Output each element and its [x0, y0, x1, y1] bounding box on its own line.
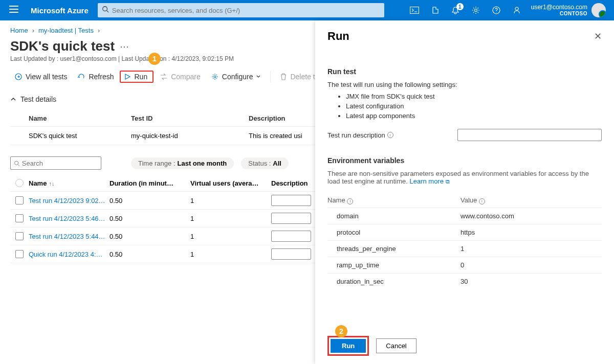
annotation-2: 2	[335, 325, 347, 337]
notifications-icon[interactable]: 1	[445, 0, 466, 20]
help-icon[interactable]	[486, 0, 507, 20]
info-icon[interactable]: i	[387, 132, 393, 138]
breadcrumb-path[interactable]: my-loadtest | Tests	[38, 27, 94, 34]
env-row: protocolhttps	[327, 224, 602, 240]
test-run-desc-input[interactable]	[457, 129, 602, 141]
runtest-bullets: JMX file from SDK's quick test Latest co…	[327, 88, 602, 122]
status-filter[interactable]: Status : All	[241, 157, 289, 169]
test-run-desc-label: Test run description i	[327, 131, 450, 139]
feedback-icon[interactable]	[507, 0, 527, 20]
account-email: user1@contoso.com	[531, 4, 587, 11]
brand-label[interactable]: Microsoft Azure	[24, 6, 96, 15]
chevron-right-icon: ›	[32, 27, 34, 34]
annotation-1: 1	[148, 53, 161, 65]
svg-point-6	[214, 76, 216, 78]
chevron-down-icon	[256, 74, 261, 79]
run-link[interactable]: Quick run 4/12/2023 4:…	[29, 251, 103, 258]
sort-icon: ↑↓	[49, 180, 54, 187]
notifications-badge: 1	[456, 3, 464, 10]
col-name[interactable]: Name	[29, 115, 131, 122]
svg-point-7	[14, 161, 18, 165]
top-bar: Microsoft Azure 1 user1@contoso.com CONT…	[0, 0, 614, 20]
account-menu[interactable]: user1@contoso.com CONTOSO	[527, 3, 610, 17]
chevron-right-icon: ›	[98, 27, 100, 34]
run-panel: Run ✕ Run test The test will run using t…	[315, 20, 614, 364]
env-row: ramp_up_time0	[327, 257, 602, 273]
compare-button: Compare	[156, 71, 205, 83]
panel-cancel-button[interactable]: Cancel	[376, 338, 416, 353]
run-link[interactable]: Test run 4/12/2023 9:02…	[29, 197, 105, 204]
info-icon[interactable]: i	[347, 198, 353, 204]
desc-input[interactable]	[271, 231, 311, 242]
topbar-icons: 1	[404, 0, 527, 20]
account-tenant: CONTOSO	[531, 11, 587, 17]
directories-icon[interactable]	[425, 0, 445, 20]
learn-more-link[interactable]: Learn more ⧉	[409, 177, 449, 185]
row-checkbox[interactable]	[15, 232, 24, 240]
svg-point-4	[515, 7, 518, 10]
hamburger-icon[interactable]	[4, 6, 24, 15]
refresh-button[interactable]: Refresh	[73, 71, 118, 83]
envvars-text: These are non-sensitive parameters expos…	[327, 170, 602, 185]
search-icon	[102, 6, 109, 15]
external-link-icon: ⧉	[446, 178, 450, 185]
env-header-row: Name i Value i	[327, 193, 602, 208]
svg-point-2	[474, 9, 477, 12]
global-search[interactable]	[98, 3, 384, 17]
runs-col-vu[interactable]: Virtual users (avera…	[190, 179, 271, 187]
avatar[interactable]	[591, 3, 606, 17]
col-id[interactable]: Test ID	[131, 115, 249, 122]
run-link[interactable]: Test run 4/12/2023 5:44…	[29, 233, 105, 240]
runs-col-name[interactable]: Name↑↓	[29, 179, 109, 187]
search-input[interactable]	[112, 7, 380, 14]
info-icon[interactable]: i	[479, 198, 485, 204]
row-checkbox[interactable]	[15, 214, 24, 222]
time-range-filter[interactable]: Time range : Last one month	[131, 157, 234, 169]
close-icon[interactable]: ✕	[594, 31, 602, 42]
row-checkbox[interactable]	[15, 196, 24, 204]
divider	[270, 71, 271, 82]
search-icon	[14, 160, 20, 167]
panel-title: Run	[327, 30, 349, 43]
breadcrumb-home[interactable]: Home	[10, 27, 28, 34]
runtest-text: The test will run using the following se…	[327, 81, 602, 88]
desc-input[interactable]	[271, 213, 311, 224]
row-checkbox[interactable]	[15, 250, 24, 258]
chevron-up-icon	[10, 96, 16, 102]
env-row: domainwww.contoso.com	[327, 208, 602, 224]
more-actions-icon[interactable]: ⋯	[120, 41, 129, 52]
env-row: duration_in_sec30	[327, 273, 602, 289]
svg-point-0	[103, 7, 107, 11]
envvars-heading: Environment variables	[327, 156, 602, 165]
desc-input[interactable]	[271, 195, 311, 206]
configure-button[interactable]: Configure	[207, 71, 266, 83]
runs-col-duration[interactable]: Duration (in minut…	[109, 179, 190, 187]
desc-input[interactable]	[271, 248, 311, 260]
view-all-tests-button[interactable]: View all tests	[10, 71, 71, 83]
runtest-heading: Run test	[327, 67, 602, 76]
panel-run-button[interactable]: Run	[331, 339, 366, 353]
page-title: SDK's quick test	[10, 38, 115, 54]
cloud-shell-icon[interactable]	[404, 0, 425, 20]
runs-search-input[interactable]	[22, 160, 98, 167]
run-button[interactable]: Run	[120, 71, 154, 83]
run-link[interactable]: Test run 4/12/2023 5:46…	[29, 215, 105, 222]
svg-rect-1	[410, 7, 419, 14]
settings-icon[interactable]	[466, 0, 486, 20]
runs-search[interactable]	[10, 156, 101, 170]
select-all-checkbox[interactable]	[15, 179, 24, 187]
env-row: threads_per_engine1	[327, 240, 602, 257]
